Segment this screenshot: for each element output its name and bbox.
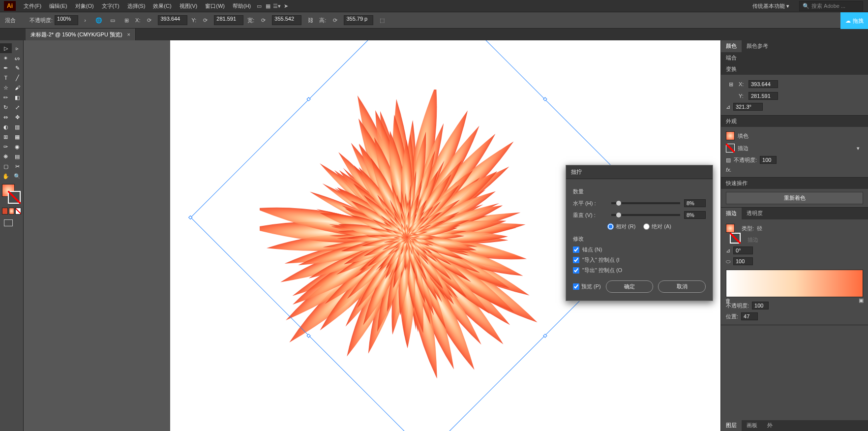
send-icon[interactable]: ➤ — [281, 1, 290, 10]
color-mode-swatch[interactable] — [2, 208, 8, 215]
menu-window[interactable]: 窗口(W) — [201, 2, 229, 10]
menu-effect[interactable]: 效果(C) — [149, 2, 175, 10]
gradient-stroke-chip[interactable] — [730, 233, 741, 244]
grid-icon[interactable]: ▦ — [264, 1, 272, 10]
slice-tool[interactable]: ✂ — [12, 161, 24, 171]
document-tab[interactable]: 未标题-2* @ 150% (CMYK/GPU 预览) × — [26, 29, 136, 40]
screen-mode-icon[interactable] — [4, 219, 13, 226]
shape-tool[interactable]: ☆ — [0, 83, 12, 92]
rotate-tool[interactable]: ↻ — [0, 102, 12, 112]
pencil-tool[interactable]: ✏ — [0, 92, 12, 102]
horizontal-slider[interactable] — [611, 202, 680, 204]
transform-y-input[interactable]: 281.591 — [748, 92, 778, 100]
vertical-value[interactable]: 8% — [684, 211, 706, 219]
chevron-right-icon[interactable]: › — [80, 15, 90, 25]
zoom-tool[interactable]: 🔍 — [12, 171, 24, 181]
cancel-button[interactable]: 取消 — [658, 280, 706, 293]
tab-transparency[interactable]: 透明度 — [742, 208, 768, 219]
search-input[interactable]: 🔍 搜索 Adobe ... — [799, 1, 863, 11]
tab-artboards[interactable]: 画板 — [742, 420, 762, 431]
anchor-checkbox[interactable] — [573, 246, 579, 253]
menu-view[interactable]: 视图(V) — [176, 2, 202, 10]
tab-color-guide[interactable]: 颜色参考 — [742, 40, 773, 52]
globe-icon[interactable]: 🌐 — [94, 15, 104, 25]
selection-handle[interactable] — [306, 97, 310, 101]
x-input[interactable]: 393.644 — [158, 15, 187, 25]
shape-builder-tool[interactable]: ◐ — [0, 122, 12, 132]
fx-label[interactable]: fx. — [726, 167, 732, 173]
mesh-tool[interactable]: ⊞ — [0, 132, 12, 142]
tab-layers[interactable]: 图层 — [721, 420, 742, 431]
fill-chip[interactable] — [726, 131, 735, 140]
add-stop-icon[interactable]: ▣ — [859, 297, 864, 304]
tab-color[interactable]: 颜色 — [721, 40, 742, 52]
line-tool[interactable]: ╱ — [12, 73, 24, 83]
magic-wand-tool[interactable]: ✴ — [0, 53, 12, 63]
gradient-angle-input[interactable]: 0° — [733, 246, 753, 254]
tab-stroke[interactable]: 描边 — [721, 208, 742, 219]
w-input[interactable]: 355.542 — [272, 15, 301, 25]
selection-tool[interactable]: ▷ — [0, 43, 12, 53]
opacity-input[interactable]: 100% — [55, 15, 78, 25]
gradient-preview[interactable]: 🗑 ▣ — [726, 270, 863, 297]
lasso-tool[interactable]: ᔕ — [12, 53, 24, 63]
bounds-icon[interactable]: ▭ — [108, 15, 118, 25]
reference-point-icon[interactable]: ⊞ — [121, 15, 131, 25]
artboard-tool[interactable]: ▢ — [0, 161, 12, 171]
absolute-radio[interactable]: 绝对 (A) — [643, 223, 671, 230]
transform-icon[interactable]: ⬚ — [377, 15, 387, 25]
layout-icon[interactable]: ☰▾ — [272, 1, 281, 10]
gradient-position-input[interactable]: 47 — [741, 312, 758, 320]
direct-selection-tool[interactable]: ▹ — [12, 43, 24, 53]
constrain-icon[interactable]: ⛓ — [305, 15, 315, 25]
horizontal-value[interactable]: 8% — [684, 199, 706, 207]
link-icon[interactable]: ⟳ — [144, 15, 154, 25]
gradient-opacity-input[interactable]: 100 — [752, 302, 769, 309]
curvature-tool[interactable]: ✎ — [12, 63, 24, 73]
menu-edit[interactable]: 编辑(E) — [45, 2, 71, 10]
scale-tool[interactable]: ⤢ — [12, 102, 24, 112]
delete-stop-icon[interactable]: 🗑 — [725, 298, 731, 304]
gradient-fill-chip[interactable] — [726, 224, 735, 233]
in-control-checkbox[interactable] — [573, 257, 579, 263]
link-icon[interactable]: ⟳ — [200, 15, 210, 25]
link-icon[interactable]: ⟳ — [258, 15, 268, 25]
menu-file[interactable]: 文件(F) — [20, 2, 45, 10]
menu-object[interactable]: 对象(O) — [71, 2, 98, 10]
stroke-weight-stepper[interactable]: ▾ — [853, 143, 863, 153]
eyedropper-tool[interactable]: ✑ — [0, 142, 12, 152]
graph-tool[interactable]: ▤ — [12, 152, 24, 161]
type-tool[interactable]: T — [0, 73, 12, 83]
link-icon[interactable]: ⟳ — [330, 15, 340, 25]
none-mode-swatch[interactable] — [15, 208, 21, 215]
relative-radio[interactable]: 相对 (R) — [607, 223, 635, 230]
transform-x-input[interactable]: 393.644 — [748, 80, 778, 88]
h-input[interactable]: 355.79 p — [344, 15, 373, 25]
reference-point-icon[interactable]: ⊞ — [726, 79, 736, 89]
close-icon[interactable]: × — [127, 31, 130, 37]
gradient-aspect-input[interactable]: 100 — [733, 257, 753, 265]
doc-icon[interactable]: ▭ — [255, 1, 264, 10]
paintbrush-tool[interactable]: 🖌 — [12, 83, 24, 92]
cloud-sync-button[interactable]: ☁ 拖拽 — [840, 12, 868, 29]
vertical-slider[interactable] — [611, 214, 680, 216]
out-control-checkbox[interactable] — [573, 267, 579, 274]
menu-type[interactable]: 文字(T) — [98, 2, 123, 10]
pen-tool[interactable]: ✒ — [0, 63, 12, 73]
transform-angle-input[interactable]: 321.3° — [733, 103, 763, 111]
eraser-tool[interactable]: ◧ — [12, 92, 24, 102]
stroke-swatch[interactable] — [8, 191, 21, 204]
appearance-opacity-input[interactable]: 100 — [760, 156, 777, 164]
gradient-tool[interactable]: ▦ — [12, 132, 24, 142]
menu-select[interactable]: 选择(S) — [123, 2, 150, 10]
ok-button[interactable]: 确定 — [606, 280, 654, 293]
menu-help[interactable]: 帮助(H) — [229, 2, 255, 10]
blend-tool[interactable]: ◉ — [12, 142, 24, 152]
tab-more[interactable]: 外 — [762, 420, 778, 431]
y-input[interactable]: 281.591 — [214, 15, 243, 25]
free-transform-tool[interactable]: ✥ — [12, 112, 24, 122]
gradient-type-value[interactable]: 径 — [757, 225, 762, 232]
perspective-tool[interactable]: ▥ — [12, 122, 24, 132]
workspace-switcher[interactable]: 传统基本功能 ▾ — [749, 1, 796, 11]
preview-checkbox[interactable]: 预览 (P) — [573, 283, 601, 290]
